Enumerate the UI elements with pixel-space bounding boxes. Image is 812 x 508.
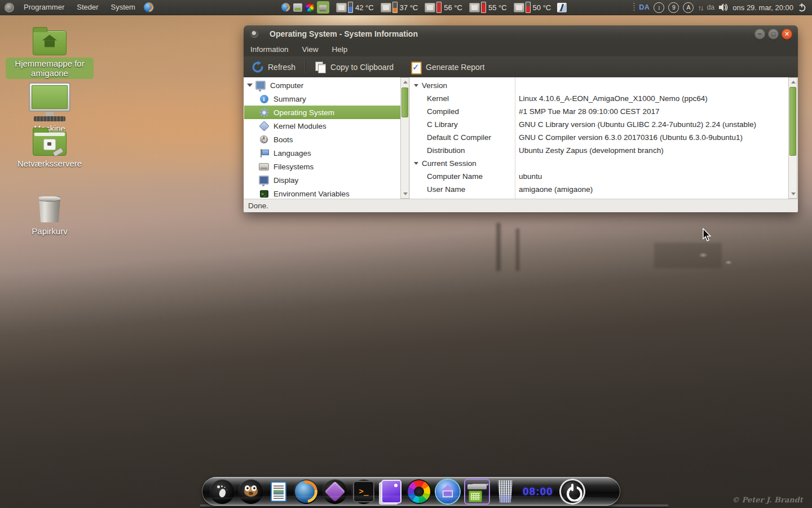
expander-icon[interactable] — [414, 162, 418, 165]
generate-report-button[interactable]: Generate Report — [404, 59, 490, 76]
volume-icon[interactable] — [718, 3, 729, 12]
tree-item-environment-variables[interactable]: >_ Environment Variables — [244, 187, 401, 199]
menu-help[interactable]: Help — [325, 42, 355, 56]
dock-item-color-wheel[interactable] — [407, 479, 431, 504]
scroll-up-arrow[interactable] — [791, 81, 796, 84]
menu-system[interactable]: System — [105, 0, 142, 15]
tree-item-display[interactable]: Display — [244, 173, 401, 187]
menu-view[interactable]: View — [295, 42, 325, 56]
dock-clock[interactable]: 08:00 — [520, 485, 555, 498]
dock-item-gimp[interactable] — [239, 479, 263, 504]
dock-item-inkscape[interactable] — [323, 479, 347, 504]
firefox-applet-icon[interactable] — [281, 3, 290, 12]
network-arrows-icon[interactable]: ↑↓ — [698, 3, 703, 12]
tree-item-kernel-modules[interactable]: Kernel Modules — [244, 119, 401, 133]
tree-silhouette — [654, 243, 722, 268]
dock-item-firefox[interactable] — [294, 479, 319, 504]
home-folder-icon — [33, 30, 67, 55]
temp-sensor-3[interactable]: 56 °C — [425, 2, 462, 13]
desktop-icon-trash[interactable]: Papirkurv — [0, 196, 99, 237]
detail-row[interactable]: User Name amigaone (amigaone) — [410, 183, 788, 196]
menu-information[interactable]: Information — [244, 42, 295, 56]
indicator-circle-a[interactable]: A — [683, 2, 694, 13]
desktop-icon-label: Netværksservere — [13, 157, 86, 169]
color-wheel-applet-icon[interactable] — [305, 3, 314, 12]
desktop-icon-network[interactable]: Netværksservere — [0, 131, 99, 169]
sensor-temp: 37 °C — [400, 3, 418, 12]
dock-item-terminal[interactable]: >_ — [351, 479, 376, 504]
tree-item-summary[interactable]: i Summary — [244, 92, 401, 106]
module-icon — [259, 121, 269, 131]
expander-icon[interactable] — [247, 84, 253, 87]
detail-row[interactable]: Distribution Ubuntu Zesty Zapus (develop… — [410, 144, 788, 157]
report-icon — [409, 61, 422, 73]
indicator-circle-scroll[interactable]: ↕ — [654, 2, 664, 13]
minimize-button[interactable]: − — [754, 29, 765, 40]
trash-icon — [38, 196, 61, 222]
refresh-button[interactable]: Refresh — [246, 59, 301, 76]
dock-item-power[interactable] — [559, 479, 585, 505]
scroll-down-arrow[interactable] — [403, 192, 408, 195]
close-button[interactable]: ✕ — [782, 29, 792, 40]
panel-clock[interactable]: ons 29. mar, 20:00 — [732, 3, 793, 12]
detail-row[interactable]: Compiled #1 SMP Tue Mar 28 09:10:00 CEST… — [410, 105, 788, 118]
temp-sensor-2[interactable]: 37 °C — [381, 2, 418, 13]
tree-item-languages[interactable]: Languages — [244, 146, 401, 160]
keyboard-layout-badge[interactable]: DA — [639, 3, 650, 11]
inkscape-icon — [325, 481, 346, 502]
scrollbar-thumb[interactable] — [401, 87, 408, 117]
tree-item-filesystems[interactable]: Filesystems — [244, 160, 401, 173]
display-icon — [259, 175, 269, 185]
firefox-launcher-icon[interactable] — [144, 2, 154, 12]
home-icon — [436, 480, 460, 503]
power-menu-icon[interactable] — [797, 3, 806, 12]
desktop-applet-icon[interactable] — [317, 1, 329, 14]
tree-item-operating-system[interactable]: Operating System — [244, 106, 401, 119]
temp-sensor-1[interactable]: 42 °C — [336, 2, 374, 13]
dock-item-trash[interactable] — [494, 479, 517, 504]
dock-item-gnome[interactable] — [210, 479, 235, 504]
scroll-up-arrow[interactable] — [403, 81, 408, 84]
scrollbar-thumb[interactable] — [789, 87, 796, 156]
detail-row[interactable]: Computer Name ubuntu — [410, 170, 788, 183]
dock-item-libreoffice-writer[interactable] — [267, 479, 290, 504]
expander-icon[interactable] — [414, 84, 418, 87]
desktop-icon-computer[interactable]: Maskine — [0, 82, 99, 134]
temp-sensor-4[interactable]: 55 °C — [469, 2, 507, 13]
window-app-icon — [250, 30, 258, 38]
toolbar-separator — [304, 61, 305, 73]
maximize-button[interactable]: □ — [768, 29, 779, 40]
menu-places[interactable]: Steder — [70, 0, 104, 15]
detail-row[interactable]: C Library GNU C Library version (Ubuntu … — [410, 118, 788, 131]
sensor-bar — [526, 2, 531, 13]
window-titlebar[interactable]: Operating System - System Information − … — [244, 25, 798, 43]
chip-icon — [469, 3, 480, 12]
details-scrollbar[interactable] — [788, 77, 797, 199]
detail-group-row[interactable]: Current Session — [410, 157, 788, 170]
dock-item-home[interactable] — [435, 479, 460, 504]
color-wheel-icon — [408, 480, 430, 503]
detail-row[interactable]: Kernel Linux 4.10.6_A-EON_AmigaOne_X1000… — [410, 92, 788, 105]
copy-to-clipboard-button[interactable]: Copy to Clipboard — [308, 59, 399, 76]
detail-group-row[interactable]: Version — [410, 79, 788, 92]
dock-item-image-viewer[interactable] — [380, 479, 403, 504]
drive-applet-icon[interactable] — [293, 3, 302, 12]
tree-item-boots[interactable]: Boots — [244, 133, 401, 146]
temp-sensor-5[interactable]: 50 °C — [514, 2, 551, 13]
dock-item-hardinfo-running[interactable] — [464, 479, 490, 505]
detail-row[interactable]: Default C Compiler GNU C Compiler versio… — [410, 131, 788, 144]
firefox-globe-icon — [295, 480, 317, 503]
menu-applications[interactable]: Programmer — [17, 0, 70, 15]
scroll-down-arrow[interactable] — [791, 192, 796, 195]
power-bolt-applet-icon[interactable] — [557, 3, 567, 12]
panel-grip[interactable] — [633, 3, 635, 12]
indicator-circle-9[interactable]: 9 — [668, 2, 679, 13]
tree-scrollbar[interactable] — [400, 77, 409, 199]
desktop-icon-home[interactable]: Hjemmemappe for amigaone — [0, 30, 99, 79]
chip-icon — [336, 3, 347, 12]
computer-icon — [0, 82, 99, 121]
tree-item-computer[interactable]: Computer — [244, 78, 400, 92]
copy-icon — [314, 61, 326, 73]
input-language-label[interactable]: da — [707, 3, 714, 11]
distributor-logo-icon[interactable] — [5, 3, 14, 12]
